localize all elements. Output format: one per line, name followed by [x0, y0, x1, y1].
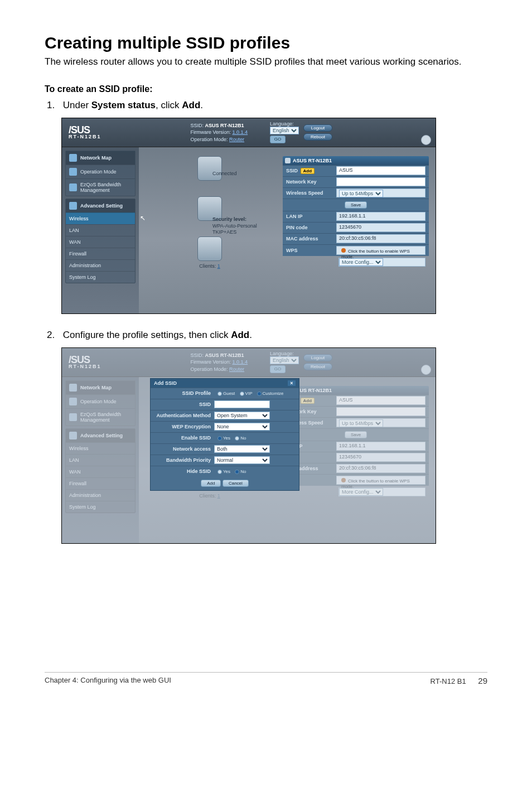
radio-icon[interactable] — [235, 436, 239, 441]
sidebar: Network Map Operation Mode EzQoS Bandwid… — [62, 147, 139, 314]
footer-model: RT-N12 B1 — [431, 677, 466, 685]
system-status-panel: ASUS RT-N12B1 SSID Add ASUS Network Key … — [283, 156, 429, 306]
wep-select[interactable]: None — [214, 423, 270, 431]
qos-icon — [69, 183, 77, 191]
profile-radio-group[interactable]: Guest VIP Customize — [214, 391, 299, 396]
clients-icon — [197, 236, 222, 261]
status-heading: ASUS RT-N12B1 — [283, 156, 429, 165]
intro-text: The wireless router allows you to create… — [45, 56, 487, 69]
internet-icon — [197, 156, 222, 181]
opmode-link[interactable]: Router — [229, 137, 244, 142]
logout-button[interactable]: Logout — [303, 124, 332, 132]
cursor-icon: ↖ — [140, 214, 147, 223]
sidebar-item-ezqos[interactable]: EzQoS Bandwidth Management — [66, 178, 135, 196]
radio-icon[interactable] — [235, 470, 239, 474]
network-key-input[interactable] — [336, 177, 425, 186]
screenshot-2: /SUS RT-N12B1 SSID: ASUS RT-N12B1 Firmwa… — [61, 347, 436, 544]
modal-add-button[interactable]: Add — [201, 480, 221, 487]
more-config-select[interactable]: More Config... — [339, 258, 383, 266]
page-title: Creating multiple SSID profiles — [45, 33, 487, 52]
step-1: 1. Under System status, click Add. — [47, 100, 487, 111]
auth-select[interactable]: Open System — [214, 412, 270, 419]
page-footer: Chapter 4: Configuring via the web GUI R… — [45, 672, 487, 685]
radio-icon[interactable] — [240, 392, 244, 396]
go-button[interactable]: GO — [270, 136, 286, 143]
cancel-button[interactable]: Cancel — [223, 480, 249, 487]
refresh-icon[interactable] — [421, 135, 431, 145]
sidebar-item-advanced[interactable]: Advanced Setting — [66, 199, 135, 212]
mode-icon — [69, 168, 77, 176]
network-visual: Connected Security level: WPA-Auto-Perso… — [146, 156, 274, 306]
page-number: 29 — [478, 676, 487, 685]
sidebar-item-admin[interactable]: Administration — [66, 259, 135, 271]
bandwidth-select[interactable]: Normal — [214, 456, 270, 464]
sidebar-item-wireless[interactable]: Wireless — [66, 212, 135, 224]
sidebar-item-syslog[interactable]: System Log — [66, 271, 135, 283]
reboot-button[interactable]: Reboot — [303, 133, 332, 141]
add-ssid-button[interactable]: Add — [301, 168, 315, 174]
security-level: Security level: WPA-Auto-Personal TKIP+A… — [212, 216, 257, 236]
radio-icon[interactable] — [217, 392, 222, 396]
add-ssid-modal: Add SSID × SSID Profile Guest VIP Custom… — [150, 378, 299, 491]
screenshot-1: /SUS RT-N12B1 SSID: ASUS RT-N12B1 Firmwa… — [61, 118, 436, 314]
sidebar-item-lan[interactable]: LAN — [66, 224, 135, 236]
radio-icon[interactable] — [217, 436, 222, 441]
speed-select[interactable]: Up to 54Mbps — [339, 190, 383, 197]
lan-ip-value: 192.168.1.1 — [336, 212, 425, 221]
language-select[interactable]: English — [270, 127, 299, 134]
pin-value: 12345670 — [336, 223, 425, 232]
radio-icon[interactable] — [217, 470, 222, 474]
modal-title: Add SSID — [154, 380, 177, 386]
hide-radio-group[interactable]: Yes No — [214, 469, 299, 474]
sidebar-item-network-map[interactable]: Network Map — [66, 151, 135, 165]
sidebar-item-wan[interactable]: WAN — [66, 236, 135, 248]
sidebar-item-firewall[interactable]: Firewall — [66, 248, 135, 259]
clients-label: Clients: 1 — [146, 263, 274, 269]
procedure-heading: To create an SSID profile: — [45, 84, 487, 94]
enable-radio-group[interactable]: Yes No — [214, 436, 299, 441]
wps-value: Click the button to enable WPS mode. — [336, 246, 425, 255]
access-select[interactable]: Both — [214, 445, 270, 453]
map-icon — [69, 154, 77, 162]
mac-value: 20:cf:30:c5:06:f8 — [336, 234, 425, 243]
firmware-link[interactable]: 1.0.1.4 — [233, 129, 248, 135]
brand-logo: /SUS RT-N12B1 — [69, 125, 101, 139]
save-button[interactable]: Save — [345, 201, 367, 209]
ssid-input[interactable]: ASUS — [336, 166, 425, 175]
header-info: SSID: ASUS RT-N12B1 Firmware Version: 1.… — [191, 122, 248, 143]
close-icon[interactable]: × — [288, 380, 296, 386]
footer-chapter: Chapter 4: Configuring via the web GUI — [45, 676, 171, 685]
language-block: Language: English GO — [270, 121, 299, 143]
gear-icon — [69, 202, 77, 210]
sidebar-item-operation-mode[interactable]: Operation Mode — [66, 165, 135, 178]
modal-ssid-input[interactable] — [214, 400, 270, 408]
step-2: 2. Configure the profile settings, then … — [47, 330, 487, 341]
radio-icon[interactable] — [257, 392, 262, 396]
connected-label: Connected — [212, 171, 237, 176]
